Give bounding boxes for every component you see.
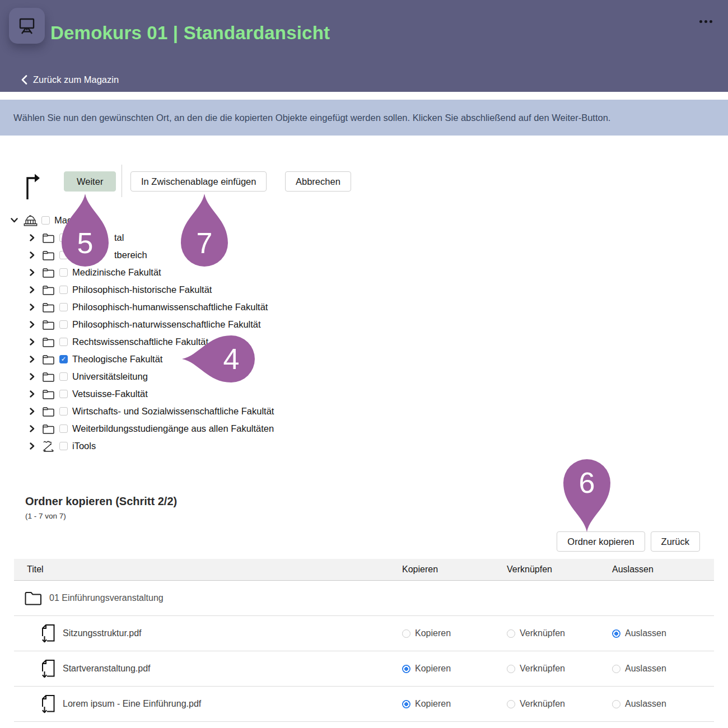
- chevron-right-icon[interactable]: [28, 251, 36, 259]
- radio-option-verknuepfen[interactable]: Verknüpfen: [502, 699, 608, 709]
- radio-icon[interactable]: [612, 700, 620, 708]
- tree-row: Philosophisch-humanwissenschaftliche Fak…: [0, 298, 728, 316]
- tree-checkbox[interactable]: [59, 338, 68, 346]
- tree-item-label[interactable]: Wirtschafts- und Sozialwissenschaftliche…: [72, 406, 274, 417]
- radio-option-auslassen[interactable]: Auslassen: [608, 628, 714, 638]
- tree-item-label[interactable]: Philosophisch-naturwissenschaftliche Fak…: [72, 319, 261, 330]
- course-icon: [9, 8, 45, 44]
- chevron-right-icon[interactable]: [28, 425, 36, 433]
- tree-checkbox[interactable]: [59, 407, 68, 416]
- presentation-board-icon: [16, 15, 38, 36]
- folder-icon: [41, 284, 56, 295]
- tree-row: Vetsuisse-Fakultät: [0, 385, 728, 403]
- tree-item-label[interactable]: Magazin: [54, 215, 89, 226]
- radio-label: Auslassen: [625, 699, 666, 709]
- chevron-right-icon[interactable]: [28, 408, 36, 416]
- tree-item-label[interactable]: Rechtswissenschaftliche Fakultät: [72, 337, 208, 347]
- tree-item-label[interactable]: Universitätsleitung: [72, 371, 148, 382]
- chevron-right-icon[interactable]: [28, 356, 36, 363]
- chevron-right-icon[interactable]: [28, 286, 36, 294]
- folder-icon: [41, 406, 56, 417]
- tree-item-label[interactable]: iTools: [72, 441, 96, 451]
- tree-checkbox[interactable]: [59, 355, 68, 363]
- radio-icon[interactable]: [612, 629, 620, 638]
- table-row-folder: 01 Einführungsveranstaltung: [14, 581, 714, 616]
- weiter-button[interactable]: Weiter: [64, 171, 116, 192]
- radio-option-auslassen[interactable]: Auslassen: [608, 699, 714, 709]
- tree-item-label[interactable]: Philosophisch-historische Fakultät: [72, 284, 212, 295]
- tree-checkbox[interactable]: [59, 424, 68, 433]
- row-title: Sitzungsstruktur.pdf: [63, 628, 142, 638]
- row-title: Lorem ipsum - Eine Einführung.pdf: [63, 699, 201, 709]
- radio-option-kopieren[interactable]: Kopieren: [398, 628, 502, 638]
- chevron-right-icon[interactable]: [28, 321, 36, 329]
- back-button[interactable]: Zurück: [651, 531, 700, 552]
- tree-item-label[interactable]: tbereich: [114, 250, 147, 260]
- tree-checkbox[interactable]: [59, 303, 68, 311]
- tree-row-itools: iTools: [0, 437, 728, 455]
- tree-checkbox[interactable]: [59, 320, 68, 329]
- cancel-button[interactable]: Abbrechen: [285, 171, 351, 192]
- tree-checkbox[interactable]: [59, 372, 68, 381]
- itools-icon: [41, 440, 56, 452]
- chevron-right-icon[interactable]: [28, 390, 36, 398]
- folder-icon: [24, 591, 42, 605]
- toolbar-divider: [122, 165, 122, 197]
- back-to-repository-link[interactable]: Zurück zum Magazin: [21, 74, 119, 85]
- folder-icon: [41, 337, 56, 347]
- chevron-right-icon[interactable]: [28, 442, 36, 450]
- radio-icon[interactable]: [402, 665, 410, 673]
- tree-checkbox[interactable]: [59, 442, 68, 450]
- radio-icon[interactable]: [402, 700, 410, 708]
- radio-label: Verknüpfen: [520, 699, 565, 709]
- chevron-right-icon[interactable]: [28, 373, 36, 381]
- chevron-down-icon[interactable]: [10, 217, 18, 225]
- tree-checkbox[interactable]: [59, 286, 68, 294]
- more-actions-icon[interactable]: [699, 20, 712, 23]
- tree-item-label[interactable]: Theologische Fakultät: [72, 354, 162, 365]
- header-bar: Demokurs 01 | Standardansicht Zurück zum…: [0, 0, 728, 92]
- tree-item-label[interactable]: Vetsuisse-Fakultät: [72, 389, 148, 399]
- tree-checkbox[interactable]: [59, 268, 68, 277]
- radio-label: Kopieren: [415, 664, 451, 674]
- tree-row: tal: [0, 229, 728, 246]
- tree-item-label[interactable]: tal: [114, 232, 124, 243]
- copy-folder-button[interactable]: Ordner kopieren: [557, 531, 645, 552]
- repository-icon: [23, 214, 38, 227]
- tree-row: Philosophisch-naturwissenschaftliche Fak…: [0, 316, 728, 333]
- folder-icon: [41, 250, 56, 260]
- column-header-auslassen: Auslassen: [608, 564, 714, 575]
- radio-icon[interactable]: [612, 665, 620, 673]
- radio-label: Auslassen: [625, 664, 666, 674]
- tree-item-label[interactable]: Medizinische Fakultät: [72, 267, 161, 278]
- folder-icon: [41, 354, 56, 365]
- tree-item-label[interactable]: Weiterbildungsstudiengänge aus allen Fak…: [72, 423, 274, 434]
- info-message-text: Wählen Sie nun den gewünschten Ort, an d…: [13, 113, 610, 123]
- chevron-right-icon[interactable]: [28, 338, 36, 346]
- radio-icon[interactable]: [507, 700, 515, 708]
- paste-target-arrow-icon: [22, 171, 41, 200]
- tree-checkbox[interactable]: [59, 390, 68, 398]
- radio-icon[interactable]: [507, 665, 515, 673]
- radio-label: Kopieren: [415, 699, 451, 709]
- file-download-icon: [40, 694, 55, 714]
- folder-icon: [41, 232, 56, 243]
- radio-option-kopieren[interactable]: Kopieren: [398, 699, 502, 709]
- tree-row-magazin: Magazin: [0, 212, 728, 229]
- radio-icon[interactable]: [402, 629, 410, 638]
- tree-checkbox[interactable]: [41, 216, 50, 225]
- radio-icon[interactable]: [507, 629, 515, 638]
- chevron-right-icon[interactable]: [28, 234, 36, 242]
- tree-checkbox[interactable]: [59, 251, 68, 259]
- radio-option-verknuepfen[interactable]: Verknüpfen: [502, 628, 608, 638]
- tree-item-label[interactable]: Philosophisch-humanwissenschaftliche Fak…: [72, 302, 268, 312]
- table-row-file: Lorem ipsum - Eine Einführung.pdf Kopier…: [14, 687, 714, 722]
- radio-option-auslassen[interactable]: Auslassen: [608, 664, 714, 674]
- tree-checkbox[interactable]: [59, 234, 68, 242]
- chevron-right-icon[interactable]: [28, 304, 36, 311]
- radio-option-kopieren[interactable]: Kopieren: [398, 664, 502, 674]
- clipboard-insert-button[interactable]: In Zwischenablage einfügen: [130, 171, 267, 192]
- chevron-right-icon[interactable]: [28, 269, 36, 277]
- radio-option-verknuepfen[interactable]: Verknüpfen: [502, 664, 608, 674]
- folder-icon: [41, 371, 56, 382]
